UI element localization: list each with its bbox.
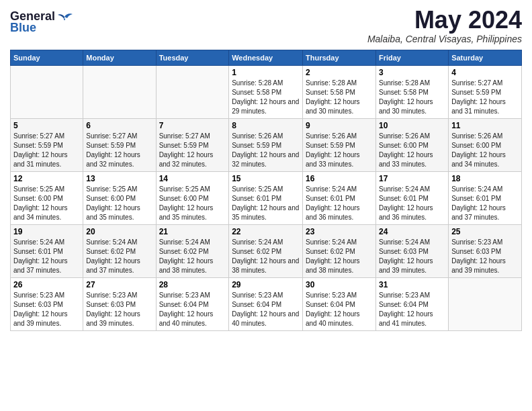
day-number: 15 [232,174,300,183]
calendar-day-cell: 15Sunrise: 5:25 AM Sunset: 6:01 PM Dayli… [229,171,303,224]
month-title: May 2024 [367,7,522,34]
day-info: Sunrise: 5:25 AM Sunset: 6:00 PM Dayligh… [159,185,226,222]
day-info: Sunrise: 5:23 AM Sunset: 6:04 PM Dayligh… [159,291,226,328]
day-number: 30 [306,280,373,289]
logo: General Blue [10,9,73,35]
day-number: 4 [451,68,519,77]
logo-blue-text: Blue [10,21,36,35]
day-number: 10 [379,121,445,130]
day-number: 9 [306,121,373,130]
day-number: 17 [379,174,445,183]
calendar-day-cell: 11Sunrise: 5:26 AM Sunset: 6:00 PM Dayli… [449,118,522,171]
calendar-week-row: 5Sunrise: 5:27 AM Sunset: 5:59 PM Daylig… [11,118,522,171]
day-number: 26 [13,280,80,289]
day-number: 7 [159,121,226,130]
column-header-wednesday: Wednesday [229,50,303,65]
day-info: Sunrise: 5:28 AM Sunset: 5:58 PM Dayligh… [379,79,445,116]
calendar-day-cell: 8Sunrise: 5:26 AM Sunset: 5:59 PM Daylig… [229,118,303,171]
calendar-day-cell: 21Sunrise: 5:24 AM Sunset: 6:02 PM Dayli… [156,224,229,277]
day-number: 31 [379,280,445,289]
calendar-day-cell: 24Sunrise: 5:24 AM Sunset: 6:03 PM Dayli… [375,224,448,277]
day-info: Sunrise: 5:26 AM Sunset: 6:00 PM Dayligh… [451,132,519,169]
calendar-empty-cell [156,65,229,118]
day-info: Sunrise: 5:23 AM Sunset: 6:03 PM Dayligh… [86,291,152,328]
calendar-day-cell: 9Sunrise: 5:26 AM Sunset: 5:59 PM Daylig… [303,118,376,171]
day-number: 23 [306,227,373,236]
calendar-day-cell: 22Sunrise: 5:24 AM Sunset: 6:02 PM Dayli… [229,224,303,277]
day-info: Sunrise: 5:27 AM Sunset: 5:59 PM Dayligh… [451,79,519,116]
column-header-tuesday: Tuesday [156,50,229,65]
calendar-day-cell: 30Sunrise: 5:23 AM Sunset: 6:04 PM Dayli… [303,277,376,330]
calendar-table: SundayMondayTuesdayWednesdayThursdayFrid… [10,50,522,331]
day-number: 28 [159,280,226,289]
calendar-day-cell: 13Sunrise: 5:25 AM Sunset: 6:00 PM Dayli… [83,171,156,224]
day-info: Sunrise: 5:24 AM Sunset: 6:02 PM Dayligh… [86,238,152,275]
day-number: 14 [159,174,226,183]
day-number: 21 [159,227,226,236]
day-info: Sunrise: 5:24 AM Sunset: 6:02 PM Dayligh… [159,238,226,275]
column-header-friday: Friday [375,50,448,65]
day-number: 22 [232,227,300,236]
day-info: Sunrise: 5:27 AM Sunset: 5:59 PM Dayligh… [13,132,80,169]
calendar-day-cell: 3Sunrise: 5:28 AM Sunset: 5:58 PM Daylig… [375,65,448,118]
calendar-day-cell: 10Sunrise: 5:26 AM Sunset: 6:00 PM Dayli… [375,118,448,171]
day-number: 29 [232,280,300,289]
day-info: Sunrise: 5:24 AM Sunset: 6:01 PM Dayligh… [13,238,80,275]
calendar-week-row: 26Sunrise: 5:23 AM Sunset: 6:03 PM Dayli… [11,277,522,330]
calendar-day-cell: 18Sunrise: 5:24 AM Sunset: 6:01 PM Dayli… [449,171,522,224]
day-info: Sunrise: 5:23 AM Sunset: 6:04 PM Dayligh… [232,291,300,328]
day-info: Sunrise: 5:23 AM Sunset: 6:04 PM Dayligh… [379,291,445,328]
calendar-day-cell: 2Sunrise: 5:28 AM Sunset: 5:58 PM Daylig… [303,65,376,118]
day-number: 27 [86,280,152,289]
day-info: Sunrise: 5:28 AM Sunset: 5:58 PM Dayligh… [306,79,373,116]
day-number: 19 [13,227,80,236]
logo-bird-icon [58,11,73,22]
day-number: 11 [451,121,519,130]
calendar-day-cell: 4Sunrise: 5:27 AM Sunset: 5:59 PM Daylig… [449,65,522,118]
day-info: Sunrise: 5:24 AM Sunset: 6:01 PM Dayligh… [306,185,373,222]
day-info: Sunrise: 5:25 AM Sunset: 6:01 PM Dayligh… [232,185,300,222]
day-number: 24 [379,227,445,236]
calendar-day-cell: 28Sunrise: 5:23 AM Sunset: 6:04 PM Dayli… [156,277,229,330]
calendar-day-cell: 29Sunrise: 5:23 AM Sunset: 6:04 PM Dayli… [229,277,303,330]
day-number: 2 [306,68,373,77]
day-info: Sunrise: 5:24 AM Sunset: 6:02 PM Dayligh… [232,238,300,275]
calendar-day-cell: 23Sunrise: 5:24 AM Sunset: 6:02 PM Dayli… [303,224,376,277]
calendar-day-cell: 25Sunrise: 5:23 AM Sunset: 6:03 PM Dayli… [449,224,522,277]
day-info: Sunrise: 5:23 AM Sunset: 6:03 PM Dayligh… [451,238,519,275]
calendar-day-cell: 26Sunrise: 5:23 AM Sunset: 6:03 PM Dayli… [11,277,83,330]
day-info: Sunrise: 5:24 AM Sunset: 6:01 PM Dayligh… [451,185,519,222]
day-number: 6 [86,121,152,130]
day-info: Sunrise: 5:24 AM Sunset: 6:01 PM Dayligh… [379,185,445,222]
calendar-day-cell: 7Sunrise: 5:27 AM Sunset: 5:59 PM Daylig… [156,118,229,171]
calendar-day-cell: 31Sunrise: 5:23 AM Sunset: 6:04 PM Dayli… [375,277,448,330]
day-info: Sunrise: 5:27 AM Sunset: 5:59 PM Dayligh… [159,132,226,169]
day-info: Sunrise: 5:27 AM Sunset: 5:59 PM Dayligh… [86,132,152,169]
column-header-saturday: Saturday [449,50,522,65]
calendar-day-cell: 27Sunrise: 5:23 AM Sunset: 6:03 PM Dayli… [83,277,156,330]
calendar-day-cell: 14Sunrise: 5:25 AM Sunset: 6:00 PM Dayli… [156,171,229,224]
day-number: 8 [232,121,300,130]
day-info: Sunrise: 5:26 AM Sunset: 5:59 PM Dayligh… [306,132,373,169]
calendar-day-cell: 1Sunrise: 5:28 AM Sunset: 5:58 PM Daylig… [229,65,303,118]
day-number: 20 [86,227,152,236]
column-header-sunday: Sunday [11,50,83,65]
day-number: 5 [13,121,80,130]
location-subtitle: Malaiba, Central Visayas, Philippines [367,34,522,44]
column-header-monday: Monday [83,50,156,65]
calendar-day-cell: 17Sunrise: 5:24 AM Sunset: 6:01 PM Dayli… [375,171,448,224]
day-number: 13 [86,174,152,183]
calendar-day-cell: 6Sunrise: 5:27 AM Sunset: 5:59 PM Daylig… [83,118,156,171]
day-info: Sunrise: 5:25 AM Sunset: 6:00 PM Dayligh… [86,185,152,222]
day-info: Sunrise: 5:26 AM Sunset: 5:59 PM Dayligh… [232,132,300,169]
day-info: Sunrise: 5:28 AM Sunset: 5:58 PM Dayligh… [232,79,300,116]
calendar-day-cell: 20Sunrise: 5:24 AM Sunset: 6:02 PM Dayli… [83,224,156,277]
day-number: 3 [379,68,445,77]
calendar-day-cell: 5Sunrise: 5:27 AM Sunset: 5:59 PM Daylig… [11,118,83,171]
page-header: General Blue May 2024 Malaiba, Central V… [10,7,522,44]
calendar-week-row: 19Sunrise: 5:24 AM Sunset: 6:01 PM Dayli… [11,224,522,277]
day-info: Sunrise: 5:25 AM Sunset: 6:00 PM Dayligh… [13,185,80,222]
day-number: 12 [13,174,80,183]
day-info: Sunrise: 5:23 AM Sunset: 6:04 PM Dayligh… [306,291,373,328]
calendar-day-cell: 16Sunrise: 5:24 AM Sunset: 6:01 PM Dayli… [303,171,376,224]
